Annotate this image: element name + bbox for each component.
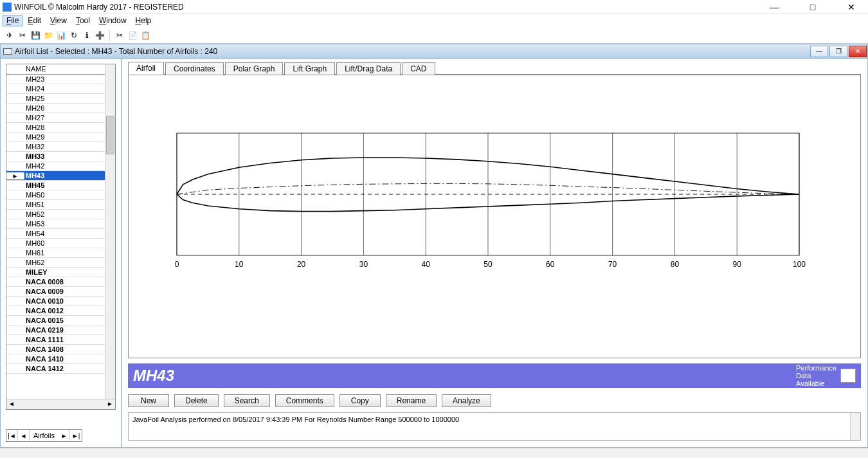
airfoil-name-cell: MH54: [24, 230, 105, 237]
tabs: AirfoilCoordinatesPolar GraphLift GraphL…: [128, 60, 861, 74]
list-item[interactable]: NACA 0010: [6, 297, 105, 306]
tab-cad[interactable]: CAD: [402, 62, 435, 75]
toolbar-save-icon[interactable]: 💾: [30, 30, 41, 41]
window-bottom-scrollbar[interactable]: [0, 448, 868, 458]
airfoil-name-cell: MH33: [24, 152, 105, 160]
list-item[interactable]: MH29: [6, 133, 105, 142]
airfoil-name-cell: NACA 0219: [24, 326, 105, 334]
list-item[interactable]: MH23: [6, 75, 105, 84]
status-scrollbar[interactable]: [850, 413, 860, 440]
menu-view[interactable]: View: [46, 15, 71, 26]
menu-edit[interactable]: Edit: [24, 15, 45, 26]
comments-button[interactable]: Comments: [275, 394, 334, 407]
app-maximize-button[interactable]: □: [799, 2, 827, 12]
list-item[interactable]: MH53: [6, 219, 105, 229]
tab-coordinates[interactable]: Coordinates: [165, 62, 224, 75]
toolbar-airfoil-icon[interactable]: ✈: [4, 30, 15, 41]
tab-polar-graph[interactable]: Polar Graph: [225, 62, 284, 75]
toolbar-chart-icon[interactable]: 📊: [55, 30, 67, 41]
rename-button[interactable]: Rename: [386, 394, 437, 407]
copy-button[interactable]: Copy: [339, 394, 381, 407]
list-item[interactable]: NACA 0008: [6, 277, 105, 287]
list-item[interactable]: MH62: [6, 258, 105, 268]
airfoil-name-cell: NACA 1111: [24, 336, 105, 344]
list-item[interactable]: NACA 0219: [6, 325, 105, 335]
toolbar-refresh-icon[interactable]: ↻: [68, 30, 80, 41]
svg-text:0: 0: [175, 260, 179, 269]
list-item[interactable]: ►MH43: [6, 171, 105, 181]
list-header-name[interactable]: NAME: [6, 64, 105, 75]
list-item[interactable]: NACA 1412: [6, 364, 105, 374]
vertical-scrollbar[interactable]: [105, 64, 115, 399]
list-item[interactable]: NACA 0012: [6, 306, 105, 316]
list-item[interactable]: MH28: [6, 123, 105, 133]
list-item[interactable]: MH27: [6, 113, 105, 123]
menu-window[interactable]: Window: [95, 15, 131, 26]
list-item[interactable]: NACA 0009: [6, 287, 105, 297]
menu-file[interactable]: File: [3, 15, 23, 26]
new-button[interactable]: New: [128, 394, 169, 407]
nav-prev-button[interactable]: ◄: [18, 430, 30, 441]
list-item[interactable]: MH50: [6, 190, 105, 200]
list-item[interactable]: NACA 1111: [6, 335, 105, 345]
menu-help[interactable]: Help: [132, 15, 156, 26]
list-item[interactable]: MH33: [6, 152, 105, 161]
list-item[interactable]: MH52: [6, 210, 105, 219]
list-item[interactable]: MH61: [6, 248, 105, 258]
perf-line1: Performance: [796, 364, 836, 372]
nav-label: Airfoils: [30, 432, 59, 439]
list-item[interactable]: NACA 1410: [6, 354, 105, 364]
airfoil-name-cell: MH29: [24, 133, 105, 141]
scroll-left-icon[interactable]: ◄: [6, 399, 17, 409]
app-close-button[interactable]: ✕: [837, 2, 865, 12]
list-item[interactable]: MH42: [6, 161, 105, 171]
toolbar-info-icon[interactable]: ℹ: [81, 30, 93, 41]
child-restore-button[interactable]: ❐: [829, 46, 847, 57]
airfoil-name-cell: MH61: [24, 249, 105, 257]
workspace: NAME MH23MH24MH25MH26MH27MH28MH29MH32MH3…: [1, 59, 867, 447]
tab-lift-graph[interactable]: Lift Graph: [284, 62, 335, 75]
analyze-button[interactable]: Analyze: [442, 394, 491, 407]
search-button[interactable]: Search: [224, 394, 270, 407]
list-item[interactable]: MH25: [6, 94, 105, 104]
menu-tool[interactable]: Tool: [72, 15, 94, 26]
scroll-right-icon[interactable]: ►: [105, 399, 115, 409]
list-item[interactable]: MH54: [6, 229, 105, 239]
toolbar-scissors-icon[interactable]: ✂: [17, 30, 28, 41]
airfoil-name-strip: MH43 Performance Data Available: [128, 363, 861, 388]
toolbar-copy-icon[interactable]: 📄: [127, 30, 138, 41]
performance-available-badge: Performance Data Available: [796, 364, 856, 387]
list-item[interactable]: MH51: [6, 200, 105, 210]
tab-lift-drag-data[interactable]: Lift/Drag Data: [336, 62, 401, 75]
list-item[interactable]: MH45: [6, 181, 105, 190]
toolbar-paste-icon[interactable]: 📋: [140, 30, 151, 41]
svg-text:100: 100: [793, 260, 806, 269]
list-item[interactable]: MH32: [6, 142, 105, 152]
list-item[interactable]: NACA 1408: [6, 345, 105, 354]
toolbar-plus-icon[interactable]: ➕: [94, 30, 105, 41]
list-item[interactable]: MH26: [6, 104, 105, 113]
list-item[interactable]: MH60: [6, 239, 105, 248]
nav-next-button[interactable]: ►: [59, 430, 70, 441]
toolbar-folder-icon[interactable]: 📁: [42, 30, 54, 41]
selected-airfoil-name: MH43: [133, 367, 174, 385]
nav-first-button[interactable]: |◄: [6, 430, 18, 441]
airfoil-name-cell: MH28: [24, 124, 105, 131]
toolbar-cut-icon[interactable]: ✂: [114, 30, 125, 41]
mdi-area: Airfoil List - Selected : MH43 - Total N…: [0, 44, 868, 448]
horizontal-scrollbar[interactable]: ◄ ►: [6, 399, 115, 409]
toolbar: ✈ ✂ 💾 📁 📊 ↻ ℹ ➕ ✂ 📄 📋: [0, 27, 868, 44]
list-item[interactable]: MILEY: [6, 268, 105, 277]
child-close-button[interactable]: ✕: [849, 46, 867, 57]
list-item[interactable]: MH24: [6, 84, 105, 94]
app-minimize-button[interactable]: —: [760, 2, 788, 12]
child-window-title: Airfoil List - Selected : MH43 - Total N…: [15, 47, 217, 56]
svg-text:60: 60: [546, 260, 555, 269]
delete-button[interactable]: Delete: [174, 394, 219, 407]
list-item[interactable]: NACA 0015: [6, 316, 105, 325]
perf-line3: Available: [796, 380, 836, 387]
nav-last-button[interactable]: ►|: [70, 430, 82, 441]
tab-airfoil[interactable]: Airfoil: [128, 62, 164, 75]
airfoil-name-cell: MH23: [24, 75, 105, 83]
child-minimize-button[interactable]: —: [810, 46, 828, 57]
